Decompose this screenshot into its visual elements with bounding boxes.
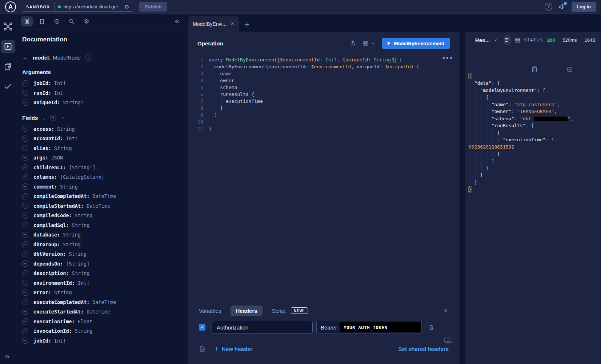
docs-settings-gear-icon[interactable]: ⚙ xyxy=(81,16,92,27)
operation-tab-title[interactable]: ModelByEnvi... xyxy=(193,21,228,27)
field-type-link[interactable]: String xyxy=(54,290,72,295)
field-type-link[interactable]: String xyxy=(72,222,90,228)
field-type-link[interactable]: String xyxy=(75,328,93,334)
field-type-link[interactable]: Int! xyxy=(54,80,66,86)
argument-row[interactable]: +uniqueId:String! xyxy=(22,98,179,108)
field-type-link[interactable]: DateTime xyxy=(92,299,116,305)
field-row[interactable]: +executeStartedAt:DateTime xyxy=(22,307,179,317)
field-row[interactable]: +description:String xyxy=(22,268,179,278)
add-to-query-icon[interactable]: + xyxy=(22,136,28,142)
add-to-query-icon[interactable]: + xyxy=(22,260,28,267)
field-type-link[interactable]: DateTime xyxy=(87,203,110,209)
field-type-link[interactable]: [String!] xyxy=(69,165,95,170)
endpoint-url[interactable]: https://metadata.cloud.get xyxy=(64,4,122,9)
fields-options-chevron-icon[interactable] xyxy=(61,116,65,120)
code-line[interactable]: 7 │ │ executionTime xyxy=(188,98,460,105)
add-to-query-icon[interactable]: + xyxy=(22,126,28,132)
code-line[interactable]: 5 │ schema xyxy=(188,84,460,91)
code-line[interactable]: 4 │ owner xyxy=(188,77,460,84)
field-row[interactable]: +compiledCode:String xyxy=(22,211,179,221)
field-row[interactable]: +dbtVersion:String xyxy=(22,249,179,259)
add-to-query-icon[interactable]: + xyxy=(22,145,28,151)
sort-fields-icon[interactable]: ↓ xyxy=(43,115,45,121)
copy-response-icon[interactable] xyxy=(532,52,560,87)
operation-tab[interactable]: ModelByEnvi... × xyxy=(188,16,239,32)
field-row[interactable]: +jobId:Int! xyxy=(22,336,179,346)
field-type-link[interactable]: [CatalogColumn] xyxy=(60,174,104,180)
add-to-query-icon[interactable]: + xyxy=(22,318,28,324)
field-row[interactable]: +access:String xyxy=(22,124,179,134)
add-to-query-icon[interactable]: + xyxy=(22,213,28,219)
tab-headers[interactable]: Headers xyxy=(231,306,262,316)
share-operation-icon[interactable] xyxy=(349,40,356,46)
field-row[interactable]: +accountId:Int! xyxy=(22,134,179,143)
add-to-query-icon[interactable]: + xyxy=(22,90,28,96)
field-row[interactable]: +dbtGroup:String xyxy=(22,240,179,250)
back-arrow-icon[interactable]: ← xyxy=(22,54,28,61)
download-response-icon[interactable] xyxy=(567,52,595,87)
login-button[interactable]: Log in xyxy=(572,2,596,12)
endpoint-url-box[interactable]: https://metadata.cloud.get ⚙ xyxy=(55,2,133,11)
field-row[interactable]: +comment:String xyxy=(22,182,179,192)
add-all-fields-icon[interactable]: + xyxy=(50,115,56,121)
bookmark-icon[interactable] xyxy=(36,16,48,27)
save-operation-group[interactable] xyxy=(362,40,375,46)
field-row[interactable]: +environmentId:Int! xyxy=(22,278,179,288)
keyboard-shortcuts-icon[interactable] xyxy=(444,337,452,343)
collapse-docs-icon[interactable] xyxy=(174,19,180,24)
tab-variables[interactable]: Variables xyxy=(199,308,221,314)
argument-row[interactable]: +runId:Int xyxy=(22,88,179,98)
field-type-link[interactable]: Int xyxy=(54,90,63,96)
header-value-input[interactable]: Bearer YOUR_AUTH_TOKEN xyxy=(316,321,422,334)
collapse-footer-icon[interactable] xyxy=(443,308,449,314)
header-key-input[interactable] xyxy=(212,321,313,334)
code-line[interactable]: 8 │ } xyxy=(188,105,460,112)
field-row[interactable]: +args:JSON xyxy=(22,153,179,163)
add-to-query-icon[interactable]: + xyxy=(22,232,28,238)
expand-rail-icon[interactable] xyxy=(4,354,11,360)
field-type-link[interactable]: String xyxy=(75,213,93,218)
argument-row[interactable]: +jobId:Int! xyxy=(22,78,179,88)
field-row[interactable]: +alias:String xyxy=(22,143,179,153)
field-type-link[interactable]: Int! xyxy=(66,136,78,141)
add-to-query-icon[interactable]: + xyxy=(22,174,28,180)
field-row[interactable]: +database:String xyxy=(22,230,179,240)
field-type-link[interactable]: String xyxy=(69,251,87,257)
explorer-play-icon[interactable] xyxy=(1,40,15,53)
editor-more-options-icon[interactable]: ●●● xyxy=(442,55,453,60)
code-line[interactable]: 11} xyxy=(188,125,460,132)
field-type-link[interactable]: Int! xyxy=(78,280,90,286)
field-type-link[interactable]: DateTime xyxy=(92,193,116,199)
add-to-query-icon[interactable]: + xyxy=(22,270,28,276)
code-line[interactable]: 10 xyxy=(188,118,460,125)
field-type-link[interactable]: DateTime xyxy=(87,309,110,315)
response-chevron-down-icon[interactable] xyxy=(493,38,498,43)
code-line[interactable]: 9 │} xyxy=(188,112,460,118)
field-row[interactable]: +executeCompletedAt:DateTime xyxy=(22,298,179,307)
response-title[interactable]: Res... xyxy=(475,37,490,43)
field-type-link[interactable]: String xyxy=(54,145,72,151)
code-line[interactable]: 1query ModelByEnvironment($environmentId… xyxy=(188,56,460,63)
close-tab-icon[interactable]: × xyxy=(231,21,234,27)
add-to-query-icon[interactable]: + xyxy=(22,155,28,161)
table-view-icon[interactable] xyxy=(514,35,521,45)
field-type-link[interactable]: String! xyxy=(63,100,84,105)
code-line[interactable]: 2 │modelByEnvironment(environmentId: $en… xyxy=(188,63,460,70)
add-to-query-icon[interactable]: + xyxy=(22,280,28,286)
run-operation-button[interactable]: ModelByEnvironment xyxy=(382,38,450,49)
field-row[interactable]: +dependsOn:[String] xyxy=(22,259,179,269)
add-to-query-icon[interactable]: + xyxy=(22,164,28,170)
schema-graph-icon[interactable] xyxy=(3,22,13,31)
field-row[interactable]: +compiledSql:String xyxy=(22,221,179,230)
search-icon[interactable] xyxy=(66,16,77,27)
add-model-to-query-icon[interactable]: + xyxy=(85,54,91,61)
field-row[interactable]: +compileStartedAt:DateTime xyxy=(22,201,179,211)
add-tab-icon[interactable]: + xyxy=(245,21,249,29)
add-to-query-icon[interactable]: + xyxy=(22,241,28,247)
field-row[interactable]: +compileCompletedAt:DateTime xyxy=(22,191,179,201)
pages-plus-icon[interactable] xyxy=(4,62,12,70)
help-icon[interactable]: ? xyxy=(545,3,552,11)
add-to-query-icon[interactable]: + xyxy=(22,100,28,106)
add-to-query-icon[interactable]: + xyxy=(22,203,28,209)
field-row[interactable]: +columns:[CatalogColumn] xyxy=(22,172,179,182)
